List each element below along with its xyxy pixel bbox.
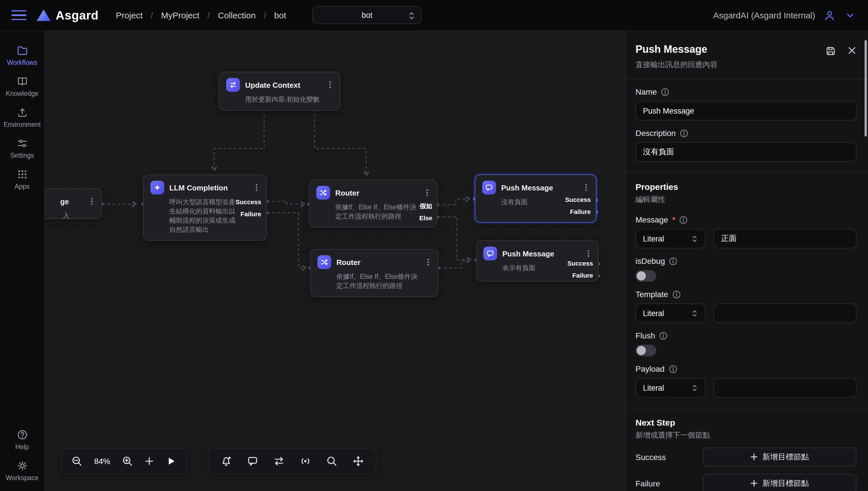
node-menu-icon[interactable] (424, 258, 432, 266)
breadcrumb-separator: / (208, 10, 210, 20)
output-else[interactable]: Else (419, 214, 432, 223)
template-type-value: Literal (643, 309, 664, 317)
node-clipped[interactable]: ge 入 (45, 188, 102, 219)
name-label: Name (635, 87, 657, 96)
pan-tool-icon[interactable] (352, 455, 364, 467)
node-outputs: 假如 Else (419, 202, 432, 223)
node-router-2[interactable]: Router 依據If、Else If、Else條件決定工作流程執行的路徑 (310, 249, 439, 297)
breadcrumb-myproject[interactable]: MyProject (161, 10, 199, 20)
node-llm-completion[interactable]: LLM Completion 呼叫大型語言模型並產生結構化的資料輸出以輔助流程的… (143, 174, 267, 241)
message-type-select[interactable]: Literal (635, 229, 706, 249)
info-icon[interactable] (659, 331, 668, 340)
node-description: 依據If、Else If、Else條件決定工作流程執行的路徑 (336, 272, 423, 290)
save-icon[interactable] (825, 46, 836, 58)
next-step-failure-label: Failure (635, 479, 660, 488)
search-tool-icon[interactable] (325, 455, 338, 467)
breadcrumb-project[interactable]: Project (116, 10, 143, 20)
info-icon[interactable] (680, 129, 688, 137)
sidebar-label: Help (15, 443, 29, 450)
template-label: Template (635, 290, 668, 299)
node-menu-icon[interactable] (88, 197, 96, 205)
message-value-input[interactable]: 正面 (713, 229, 857, 249)
sidebar-item-knowledge[interactable]: Knowledge (2, 71, 42, 102)
template-type-select[interactable]: Literal (635, 304, 706, 323)
node-properties-panel: Push Message 直接輸出訊息的回應內容 Name Push Messa… (625, 31, 868, 491)
panel-scrollbar[interactable] (865, 40, 867, 137)
node-title: ge (45, 197, 69, 206)
output-success[interactable]: Success (236, 198, 261, 206)
close-icon[interactable] (847, 46, 857, 57)
node-menu-icon[interactable] (252, 183, 261, 192)
sidebar-item-help[interactable]: Help (2, 425, 42, 456)
account-chevron-down-icon[interactable] (844, 9, 857, 22)
top-bar: Asgard Project / MyProject / Collection … (0, 0, 868, 31)
template-value-input[interactable] (713, 304, 857, 323)
next-step-subtitle: 新增或選擇下一個節點 (635, 430, 857, 440)
zoom-out-icon[interactable] (71, 455, 83, 467)
isdebug-toggle[interactable] (635, 270, 656, 282)
sidebar-label: Environment (3, 121, 40, 128)
node-update-context[interactable]: Update Context 用於更新內容,初始化變數 (219, 72, 341, 111)
node-push-message-2[interactable]: Push Message 表示有負面 Success Failure (476, 240, 599, 282)
info-icon[interactable] (661, 87, 670, 96)
output-failure[interactable]: Failure (570, 208, 591, 216)
environment-icon (16, 107, 28, 118)
output-success[interactable]: Success (567, 259, 593, 268)
sidebar-item-apps[interactable]: Apps (2, 164, 42, 195)
node-title: Update Context (245, 81, 321, 89)
select-chevrons-icon (408, 11, 416, 22)
workflow-canvas[interactable]: ge 入 Update Context 用於更新內容,初始化變數 LLM (45, 31, 625, 491)
info-icon[interactable] (669, 257, 678, 265)
workspace-icon (16, 460, 28, 471)
info-icon[interactable] (679, 215, 688, 224)
broadcast-tool-icon[interactable] (299, 455, 312, 467)
node-menu-icon[interactable] (585, 250, 592, 258)
message-label: Message (635, 215, 668, 224)
breadcrumb-collection[interactable]: Collection (218, 10, 256, 20)
sidebar-item-environment[interactable]: Environment (2, 102, 42, 133)
info-icon[interactable] (669, 365, 677, 373)
output-failure[interactable]: Failure (241, 210, 261, 219)
user-avatar-icon[interactable] (823, 9, 836, 22)
node-menu-icon[interactable] (582, 183, 590, 192)
sidebar-item-workflows[interactable]: Workflows (2, 40, 42, 71)
sidebar-item-settings[interactable]: Settings (2, 133, 42, 164)
run-workflow-icon[interactable] (165, 455, 178, 467)
sidebar-label: Settings (10, 152, 34, 159)
sidebar-label: Apps (15, 183, 30, 190)
breadcrumb-bot[interactable]: bot (274, 10, 286, 20)
node-menu-icon[interactable] (423, 189, 431, 197)
name-input[interactable]: Push Message (635, 101, 857, 120)
knowledge-icon (16, 76, 28, 87)
add-target-node-success-button[interactable]: 新增目標節點 (703, 447, 857, 466)
output-failure[interactable]: Failure (572, 271, 593, 280)
add-node-icon[interactable] (143, 455, 156, 467)
llm-completion-icon (151, 181, 164, 195)
node-router-1[interactable]: Router 依據If、Else If、Else條件決定工作流程執行的路徑 假如… (309, 179, 437, 228)
sidebar-item-workspace[interactable]: Workspace (2, 456, 42, 486)
zoom-in-icon[interactable] (121, 455, 134, 467)
info-icon[interactable] (672, 290, 681, 298)
description-input[interactable]: 沒有負面 (635, 142, 857, 162)
trigger-bell-icon[interactable] (220, 455, 233, 467)
message-tool-icon[interactable] (246, 455, 259, 467)
menu-icon[interactable] (11, 8, 26, 23)
logo-text[interactable]: Asgard (56, 8, 99, 22)
panel-header: Push Message 直接輸出訊息的回應內容 (625, 31, 868, 79)
node-menu-icon[interactable] (326, 81, 334, 89)
breadcrumb-separator: / (264, 10, 266, 20)
node-push-message-1[interactable]: Push Message 沒有負面 Success Failure (475, 174, 596, 223)
payload-value-input[interactable] (713, 378, 857, 398)
node-title: Router (336, 258, 419, 266)
add-target-node-failure-button[interactable]: 新增目標節點 (703, 474, 857, 491)
output-success[interactable]: Success (565, 196, 591, 204)
output-if[interactable]: 假如 (419, 202, 432, 210)
breadcrumb-separator: / (151, 10, 153, 20)
flush-toggle[interactable] (635, 345, 656, 356)
workflows-icon (16, 45, 28, 56)
swap-tool-icon[interactable] (273, 455, 285, 467)
asgard-logo-icon[interactable] (37, 9, 51, 21)
workflow-select[interactable]: bot (313, 6, 422, 24)
payload-type-select[interactable]: Literal (635, 378, 706, 398)
node-description: 用於更新內容,初始化變數 (245, 95, 333, 104)
